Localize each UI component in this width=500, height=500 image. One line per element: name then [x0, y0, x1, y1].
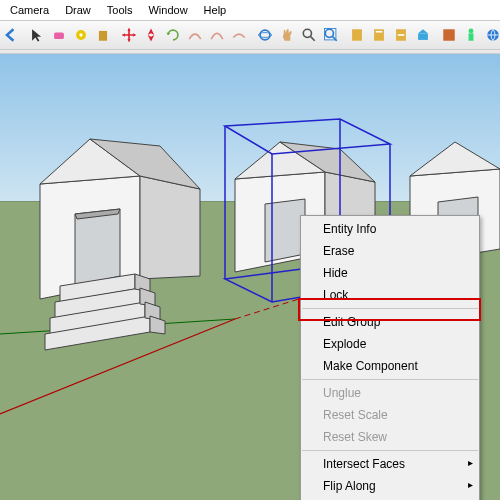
orbit-icon[interactable] — [256, 24, 274, 46]
context-item-erase[interactable]: Erase — [301, 240, 479, 262]
menu-item-window[interactable]: Window — [140, 2, 195, 18]
svg-rect-18 — [443, 29, 454, 40]
menu-separator — [302, 379, 478, 380]
context-item-edit-group[interactable]: Edit Group — [301, 311, 479, 333]
svg-line-7 — [311, 37, 315, 41]
move-icon[interactable] — [120, 24, 138, 46]
menu-item-help[interactable]: Help — [196, 2, 235, 18]
component-icon[interactable] — [414, 24, 432, 46]
context-item-explode[interactable]: Explode — [301, 333, 479, 355]
context-item-entity-info[interactable]: Entity Info — [301, 218, 479, 240]
pan-icon[interactable] — [278, 24, 296, 46]
eraser-icon[interactable] — [50, 24, 68, 46]
context-item-lock[interactable]: Lock — [301, 284, 479, 306]
svg-rect-0 — [54, 33, 64, 40]
svg-rect-3 — [99, 31, 107, 41]
context-item-reset-scale: Reset Scale — [301, 404, 479, 426]
svg-point-4 — [260, 30, 270, 40]
menu-separator — [302, 450, 478, 451]
globe-icon[interactable] — [484, 24, 500, 46]
doc2-icon[interactable] — [370, 24, 388, 46]
svg-marker-35 — [150, 316, 165, 334]
svg-point-8 — [325, 29, 333, 37]
context-item-flip-along[interactable]: Flip Along — [301, 475, 479, 497]
menu-separator — [302, 308, 478, 309]
back-arrow-icon[interactable] — [2, 24, 20, 46]
doc3-icon[interactable] — [392, 24, 410, 46]
context-item-hide[interactable]: Hide — [301, 262, 479, 284]
arc2-icon[interactable] — [208, 24, 226, 46]
svg-point-6 — [303, 29, 311, 37]
doc1-icon[interactable] — [348, 24, 366, 46]
svg-marker-26 — [75, 209, 120, 286]
zoom-extents-icon[interactable] — [322, 24, 340, 46]
svg-point-2 — [79, 33, 82, 36]
context-item-intersect-faces[interactable]: Intersect Faces — [301, 453, 479, 475]
context-item-unglue: Unglue — [301, 382, 479, 404]
nav-icon[interactable] — [142, 24, 160, 46]
menu-item-draw[interactable]: Draw — [57, 2, 99, 18]
rotate-icon[interactable] — [164, 24, 182, 46]
house-1 — [40, 139, 200, 350]
menu-item-camera[interactable]: Camera — [2, 2, 57, 18]
svg-point-19 — [469, 28, 474, 33]
svg-rect-16 — [418, 33, 428, 40]
svg-marker-17 — [418, 29, 428, 33]
svg-rect-20 — [469, 33, 474, 40]
svg-rect-13 — [376, 31, 383, 33]
paint-icon[interactable] — [94, 24, 112, 46]
context-item-make-component[interactable]: Make Component — [301, 355, 479, 377]
menu-item-tools[interactable]: Tools — [99, 2, 141, 18]
svg-rect-15 — [398, 34, 405, 36]
svg-marker-23 — [140, 176, 200, 279]
menu-bar: CameraDrawToolsWindowHelp — [0, 0, 500, 20]
svg-marker-40 — [265, 199, 305, 262]
zoom-icon[interactable] — [300, 24, 318, 46]
arc3-icon[interactable] — [230, 24, 248, 46]
context-menu[interactable]: Entity InfoEraseHideLockEdit GroupExplod… — [300, 215, 480, 500]
context-item-reset-skew: Reset Skew — [301, 426, 479, 448]
tape-icon[interactable] — [72, 24, 90, 46]
texture-icon[interactable] — [440, 24, 458, 46]
select-icon[interactable] — [28, 24, 46, 46]
arc1-icon[interactable] — [186, 24, 204, 46]
svg-rect-11 — [352, 29, 362, 40]
figure-icon[interactable] — [462, 24, 480, 46]
toolbar — [0, 20, 500, 50]
